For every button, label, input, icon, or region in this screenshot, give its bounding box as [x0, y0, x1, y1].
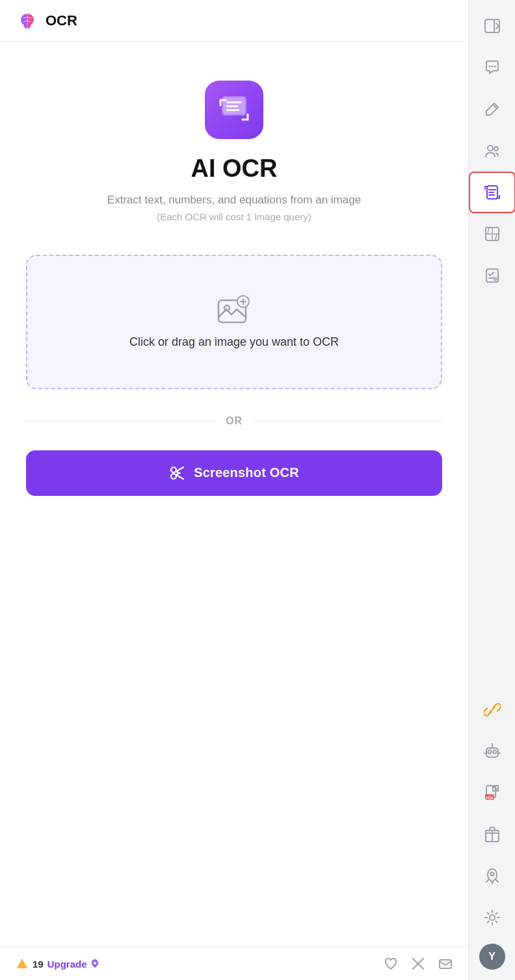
main-content: OCR AI OCR Extract text, numbers, and eq…: [0, 0, 468, 980]
svg-point-52: [490, 915, 495, 920]
upload-image-icon: [217, 295, 251, 325]
svg-line-36: [490, 707, 495, 712]
right-sidebar: PDF: [468, 0, 515, 980]
upload-label: Click or drag an image you want to OCR: [129, 335, 339, 349]
body-content: AI OCR Extract text, numbers, and equati…: [0, 42, 468, 947]
rocket-nav-icon[interactable]: [469, 855, 516, 897]
header-logo: OCR: [16, 9, 77, 32]
credits-icon: [16, 957, 29, 970]
personas-nav-icon[interactable]: [469, 130, 516, 172]
svg-rect-3: [226, 101, 242, 103]
screenshot-ocr-button[interactable]: Screenshot OCR: [26, 450, 442, 496]
upgrade-button[interactable]: Upgrade: [47, 959, 100, 970]
triangle-icon: [16, 957, 29, 970]
bottom-right: [384, 957, 453, 971]
link-nav-icon[interactable]: [469, 689, 516, 730]
svg-point-24: [494, 66, 495, 68]
svg-point-16: [94, 962, 96, 964]
sidebar-bottom-icons: PDF: [469, 689, 515, 980]
edit-nav-icon[interactable]: [469, 88, 516, 130]
header-title: OCR: [46, 12, 77, 29]
svg-point-41: [491, 743, 493, 745]
svg-point-27: [494, 147, 498, 151]
svg-point-23: [491, 66, 493, 68]
or-text: OR: [226, 415, 243, 427]
svg-line-21: [496, 26, 499, 29]
settings-nav-icon[interactable]: [469, 897, 516, 938]
credits-count: 19: [33, 959, 44, 970]
upload-dropzone[interactable]: Click or drag an image you want to OCR: [26, 255, 442, 389]
app-description: Extract text, numbers, and equations fro…: [107, 192, 361, 209]
svg-rect-5: [226, 109, 239, 111]
bot-nav-icon[interactable]: [469, 730, 516, 772]
brain-logo-icon: [16, 9, 39, 32]
svg-point-38: [488, 751, 491, 754]
header: OCR: [0, 0, 468, 42]
svg-point-26: [488, 146, 493, 151]
sidebar-top-icons: [469, 0, 515, 296]
user-avatar[interactable]: Y: [479, 944, 505, 970]
or-line-right: [253, 420, 442, 421]
svg-line-12: [176, 474, 184, 479]
svg-point-22: [488, 66, 490, 68]
svg-line-14: [176, 473, 180, 475]
app-icon: [205, 81, 263, 139]
svg-rect-18: [485, 19, 499, 32]
chat-nav-icon[interactable]: [469, 47, 516, 88]
user-avatar-letter: Y: [488, 951, 495, 962]
translate-nav-icon[interactable]: [469, 213, 516, 255]
bottom-bar: 19 Upgrade: [0, 947, 468, 980]
checklist-nav-icon[interactable]: [469, 255, 516, 296]
ocr-app-icon: [218, 94, 250, 126]
svg-line-11: [176, 467, 184, 472]
or-divider: OR: [26, 415, 442, 427]
svg-rect-4: [226, 105, 238, 107]
rocket-small-icon: [90, 959, 100, 969]
ocr-nav-icon[interactable]: [469, 172, 516, 213]
mail-icon[interactable]: [438, 957, 453, 971]
app-title: AI OCR: [191, 155, 278, 183]
screenshot-btn-label: Screenshot OCR: [194, 465, 299, 480]
gift-nav-icon[interactable]: [469, 814, 516, 855]
app-note: (Each OCR will cost 1 image query): [157, 211, 311, 222]
svg-rect-17: [440, 960, 451, 968]
or-line-left: [26, 420, 215, 421]
panel-toggle-icon[interactable]: [469, 5, 516, 47]
x-twitter-icon[interactable]: [411, 957, 425, 971]
scissors-icon: [169, 465, 186, 482]
bottom-left: 19 Upgrade: [16, 957, 100, 970]
heart-icon[interactable]: [384, 957, 398, 971]
svg-point-39: [493, 751, 496, 754]
svg-marker-15: [17, 959, 27, 968]
pdf-nav-icon[interactable]: PDF: [469, 772, 516, 814]
svg-point-51: [490, 873, 494, 876]
svg-text:PDF: PDF: [486, 796, 494, 800]
upgrade-label: Upgrade: [47, 959, 87, 970]
